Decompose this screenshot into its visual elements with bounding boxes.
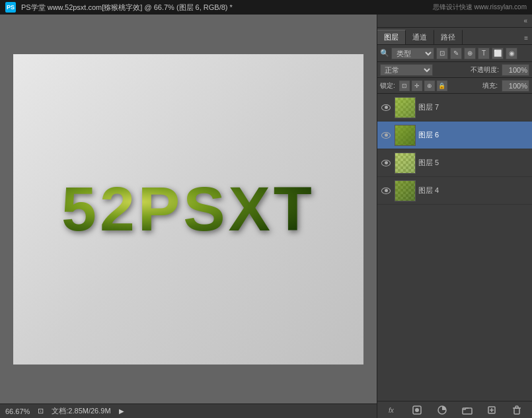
filter-btn-2[interactable]: ✎: [450, 48, 462, 59]
blend-mode-select[interactable]: 正常: [380, 64, 433, 76]
layer-name-7: 图层 7: [418, 102, 529, 112]
layer-visibility-6[interactable]: [380, 129, 392, 141]
layer-name-6: 图层 6: [418, 130, 529, 140]
lock-row: 锁定: ⊡ ✛ ⊕ 🔒 填充:: [377, 78, 532, 94]
lock-label: 锁定:: [380, 81, 395, 90]
canvas-area: 52PSXT 66.67% ⊡ 文档:2.85M/26.9M ▶: [0, 15, 377, 418]
fill-input[interactable]: [502, 80, 529, 92]
zoom-icon: ⊡: [38, 407, 44, 415]
lock-icons: ⊡ ✛ ⊕ 🔒: [399, 81, 447, 91]
panels-area: « 图层 通道 路径 ≡ 🔍 类型: [377, 15, 532, 418]
layer-item[interactable]: 图层 6: [377, 122, 532, 149]
title-bar: PS PS学堂 www.52psxt.com[猕猴桃字效] @ 66.7% (图…: [0, 0, 532, 15]
filter-btn-3[interactable]: ⊕: [464, 48, 476, 59]
zoom-level: 66.67%: [5, 407, 30, 415]
ps-logo-icon: PS: [5, 2, 16, 13]
layer-visibility-4[interactable]: [380, 185, 392, 197]
filter-type-select[interactable]: 类型: [391, 48, 434, 59]
panel-controls: «: [377, 15, 532, 28]
tab-paths[interactable]: 路径: [434, 30, 463, 44]
canvas: 52PSXT: [13, 54, 363, 365]
tab-layers[interactable]: 图层: [377, 30, 406, 44]
lock-all-button[interactable]: 🔒: [437, 81, 447, 91]
lock-artboard-button[interactable]: ⊕: [424, 81, 435, 91]
opacity-label: 不透明度:: [471, 65, 499, 75]
tab-channels[interactable]: 通道: [406, 30, 434, 44]
layer-item[interactable]: 图层 7: [377, 94, 532, 122]
layer-name-4: 图层 4: [418, 186, 529, 195]
lock-pixels-button[interactable]: ⊡: [399, 81, 410, 91]
layer-visibility-7[interactable]: [380, 102, 392, 114]
svg-rect-10: [515, 406, 518, 408]
collapse-panels-button[interactable]: «: [521, 17, 529, 25]
svg-point-2: [415, 408, 419, 412]
filter-btn-1[interactable]: ⊡: [436, 48, 448, 59]
new-layer-button[interactable]: [485, 403, 498, 417]
panel-tabs: 图层 通道 路径 ≡: [377, 28, 532, 45]
filter-search-icon: 🔍: [380, 49, 389, 57]
kiwi-text: 52PSXT: [61, 173, 315, 245]
layer-thumbnail-6: [395, 125, 416, 146]
status-bar: 66.67% ⊡ 文档:2.85M/26.9M ▶: [0, 403, 377, 418]
layer-visibility-5[interactable]: [380, 157, 392, 169]
new-group-button[interactable]: [461, 403, 474, 417]
filter-row: 🔍 类型 ⊡ ✎ ⊕ T ⬜ ◉: [377, 45, 532, 62]
new-adjustment-button[interactable]: [436, 403, 449, 417]
layer-item[interactable]: 图层 5: [377, 149, 532, 177]
filter-btn-6[interactable]: ◉: [506, 48, 517, 59]
layer-thumbnail-5: [395, 153, 416, 174]
blend-mode-row: 正常 不透明度:: [377, 62, 532, 78]
doc-info-arrow[interactable]: ▶: [119, 407, 124, 415]
opacity-input[interactable]: [502, 64, 529, 76]
layer-thumbnail-7: [395, 97, 416, 118]
layers-list: 图层 7 图层 6: [377, 94, 532, 401]
main-area: 52PSXT 66.67% ⊡ 文档:2.85M/26.9M ▶ « 图层 通道: [0, 15, 532, 418]
layer-thumbnail-4: [395, 180, 416, 201]
delete-layer-button[interactable]: [510, 403, 523, 417]
canvas-wrapper: 52PSXT: [0, 15, 377, 403]
panel-menu-button[interactable]: ≡: [520, 32, 532, 44]
svg-text:fx: fx: [389, 407, 395, 414]
layer-name-5: 图层 5: [418, 158, 529, 168]
lock-position-button[interactable]: ✛: [412, 81, 422, 91]
doc-info: 文档:2.85M/26.9M: [52, 406, 110, 416]
layers-toolbar: fx: [377, 401, 532, 418]
filter-btn-4[interactable]: T: [478, 48, 490, 59]
svg-rect-8: [514, 408, 519, 414]
add-mask-button[interactable]: [410, 403, 424, 417]
layers-panel: 图层 通道 路径 ≡ 🔍 类型 ⊡ ✎ ⊕ T ⬜: [377, 28, 532, 418]
layer-item[interactable]: 图层 4: [377, 177, 532, 205]
fill-label: 填充:: [482, 81, 498, 90]
add-layer-style-button[interactable]: fx: [386, 403, 399, 417]
watermark: 思锋设计快速 www.rissylan.com: [433, 3, 527, 12]
filter-btn-5[interactable]: ⬜: [492, 48, 504, 59]
window-title: PS学堂 www.52psxt.com[猕猴桃字效] @ 66.7% (图层 6…: [21, 3, 428, 13]
